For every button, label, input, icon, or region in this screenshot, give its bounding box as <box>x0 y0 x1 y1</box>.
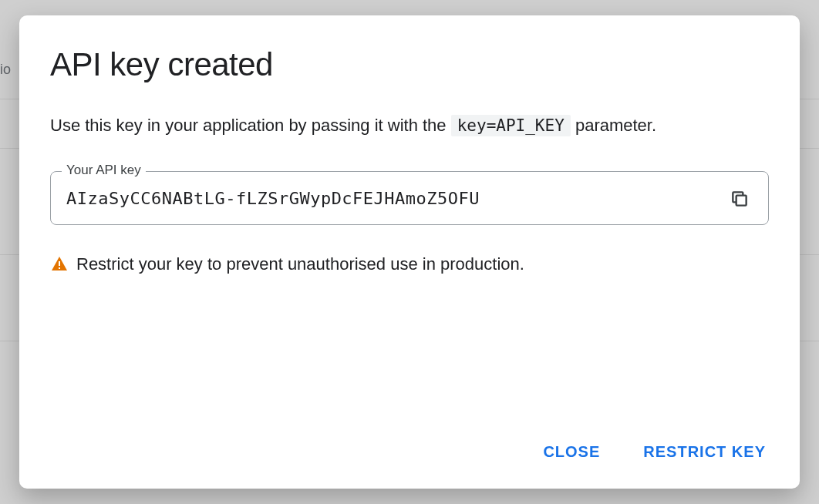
dialog-title: API key created <box>50 46 769 83</box>
warning-icon <box>50 255 69 274</box>
svg-rect-1 <box>59 261 60 266</box>
dialog-actions: CLOSE RESTRICT KEY <box>50 418 769 467</box>
api-key-created-dialog: API key created Use this key in your app… <box>19 15 800 489</box>
copy-button[interactable] <box>726 186 753 212</box>
api-key-value[interactable]: AIzaSyCC6NABtLG-fLZSrGWypDcFEJHAmoZ5OFU <box>66 189 717 208</box>
svg-rect-0 <box>736 195 747 205</box>
dialog-description-pre: Use this key in your application by pass… <box>50 116 451 135</box>
svg-rect-2 <box>59 267 60 269</box>
close-button[interactable]: CLOSE <box>540 437 603 467</box>
api-key-field-label: Your API key <box>62 163 146 178</box>
copy-icon <box>730 189 750 209</box>
restrict-key-button[interactable]: RESTRICT KEY <box>640 437 769 467</box>
key-param-code: key=API_KEY <box>451 115 571 136</box>
api-key-field: Your API key AIzaSyCC6NABtLG-fLZSrGWypDc… <box>50 171 769 225</box>
restrict-warning: Restrict your key to prevent unauthorise… <box>50 254 769 274</box>
dialog-description: Use this key in your application by pass… <box>50 113 769 139</box>
background-text-fragment: io <box>0 62 14 78</box>
restrict-warning-text: Restrict your key to prevent unauthorise… <box>76 254 524 274</box>
dialog-description-post: parameter. <box>571 116 656 135</box>
